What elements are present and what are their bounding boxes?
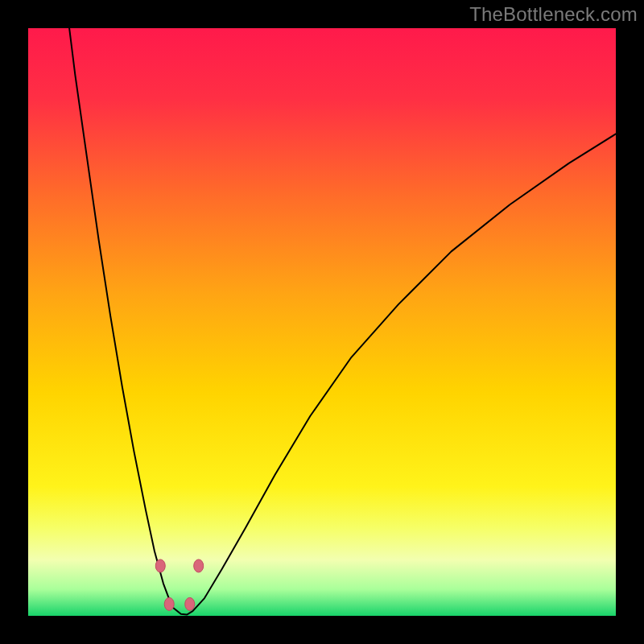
curve-marker-2 xyxy=(164,597,174,610)
bottleneck-curve-chart xyxy=(28,28,616,616)
chart-frame: TheBottleneck.com xyxy=(0,0,644,644)
watermark-text: TheBottleneck.com xyxy=(469,3,638,26)
curve-marker-0 xyxy=(155,559,165,572)
gradient-background xyxy=(28,28,616,616)
curve-marker-1 xyxy=(194,559,204,572)
plot-area xyxy=(28,28,616,616)
curve-marker-3 xyxy=(185,597,195,610)
